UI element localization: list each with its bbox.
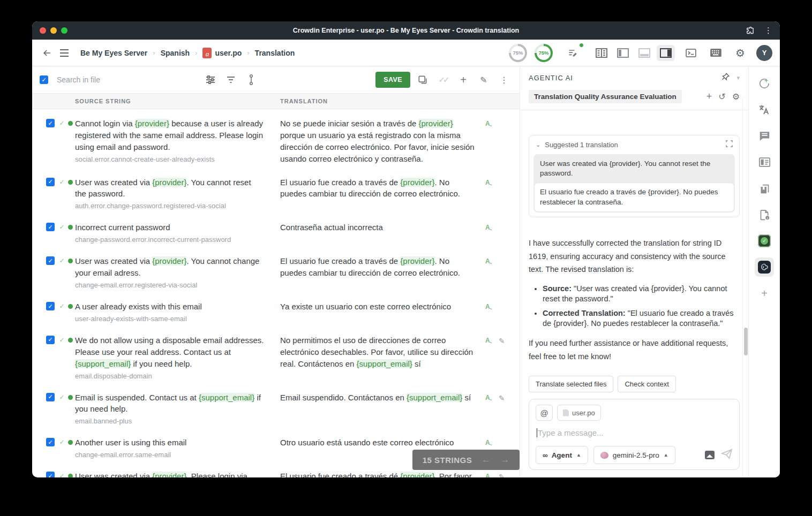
expand-icon[interactable]: [726, 140, 733, 149]
user-avatar[interactable]: Y: [756, 45, 772, 61]
keyboard-shortcuts-icon[interactable]: [707, 44, 724, 62]
view-bottom-panel-icon[interactable]: [635, 45, 653, 61]
glossary-pages-icon[interactable]: [755, 179, 774, 198]
spellcheck-icon[interactable]: A: [485, 439, 493, 450]
view-side-by-side-icon[interactable]: [592, 45, 611, 61]
translation-text[interactable]: Contraseña actual incorrecta: [280, 222, 478, 233]
history-icon[interactable]: ↺: [718, 92, 725, 102]
breadcrumb-file[interactable]: a user.po: [202, 48, 242, 58]
close-window-button[interactable]: [40, 27, 46, 34]
spellcheck-icon[interactable]: A: [485, 473, 493, 477]
attached-file-chip[interactable]: user.po: [557, 405, 601, 421]
spellcheck-icon[interactable]: A: [485, 257, 493, 268]
chevron-down-icon[interactable]: ⌄: [536, 141, 540, 148]
attach-image-icon[interactable]: [705, 451, 715, 459]
copy-source-icon[interactable]: [415, 72, 431, 88]
view-right-panel-icon[interactable]: [657, 45, 675, 61]
minimize-window-button[interactable]: [50, 27, 57, 34]
filter-icon[interactable]: [223, 72, 239, 88]
row-checkbox[interactable]: ✓: [46, 438, 55, 446]
translation-text[interactable]: No se puede iniciar sesión a través de {…: [280, 118, 478, 165]
edit-pencil-icon[interactable]: ✎: [499, 337, 505, 345]
row-checkbox[interactable]: ✓: [46, 223, 55, 231]
menu-hamburger-icon[interactable]: [56, 44, 73, 62]
next-page-icon[interactable]: →: [500, 454, 509, 465]
string-row[interactable]: ✓✓We do not allow using a disposable ema…: [32, 328, 520, 385]
breadcrumb-language[interactable]: Spanish: [161, 49, 190, 57]
previous-page-icon[interactable]: ←: [482, 454, 491, 465]
message-input[interactable]: Type a message...: [537, 428, 732, 437]
agent-mode-dropdown[interactable]: ∞ Agent ▲: [536, 446, 588, 464]
row-checkbox[interactable]: ✓: [46, 393, 55, 401]
new-chat-icon[interactable]: +: [706, 91, 712, 102]
model-dropdown[interactable]: gemini-2.5-pro ▲: [593, 446, 675, 464]
ai-prompts-icon[interactable]: [755, 74, 774, 93]
translate-selected-files-button[interactable]: Translate selected files: [529, 376, 613, 392]
string-row[interactable]: ✓✓Email is suspended. Contact us at {sup…: [32, 385, 520, 431]
translation-text[interactable]: El usuario fue creado a través de {provi…: [280, 177, 478, 200]
translation-text[interactable]: Otro usuario está usando este correo ele…: [280, 437, 478, 449]
translated-progress-ring[interactable]: 75%: [509, 44, 527, 62]
extensions-icon[interactable]: [744, 25, 756, 36]
row-checkbox[interactable]: ✓: [46, 336, 55, 344]
collapse-panel-icon[interactable]: ▾: [736, 74, 740, 81]
spellcheck-icon[interactable]: A: [485, 120, 493, 131]
console-icon[interactable]: [682, 44, 700, 62]
translation-text[interactable]: El usuario fue creado a través dé {provi…: [280, 471, 478, 477]
machine-translation-icon[interactable]: [755, 100, 774, 119]
string-row[interactable]: ✓✓Incorrect current passwordchange-passw…: [32, 215, 520, 249]
context-card-icon[interactable]: [755, 153, 774, 172]
search-input[interactable]: [57, 75, 148, 84]
approve-all-icon[interactable]: ✓✓: [435, 72, 451, 88]
check-context-button[interactable]: Check context: [618, 376, 675, 392]
file-info-icon[interactable]: [755, 205, 774, 224]
breadcrumb-section[interactable]: Translation: [255, 49, 295, 57]
add-string-icon[interactable]: +: [455, 72, 471, 88]
chat-scroll-area[interactable]: ⌄ Suggested 1 translation User was creat…: [520, 110, 748, 370]
panel-settings-gear-icon[interactable]: ⚙: [732, 92, 740, 102]
edit-pencil-icon[interactable]: ✎: [499, 394, 505, 403]
pin-icon[interactable]: [721, 72, 730, 84]
commit-options-icon[interactable]: [243, 72, 259, 88]
qa-app-icon[interactable]: ✓: [755, 231, 774, 251]
translation-text[interactable]: Ya existe un usuario con este correo ele…: [280, 301, 478, 313]
maximize-window-button[interactable]: [61, 27, 67, 34]
translation-text[interactable]: Email suspendido. Contáctanos en {suppor…: [280, 392, 478, 404]
add-app-icon[interactable]: +: [755, 284, 774, 303]
panel-scrollbar[interactable]: [742, 97, 748, 477]
spellcheck-icon[interactable]: A: [485, 303, 493, 314]
agentic-ai-app-icon[interactable]: [755, 257, 774, 277]
string-row[interactable]: ✓✓Cannot login via {provider} because a …: [32, 111, 520, 170]
edit-pencil-icon[interactable]: ✎: [499, 473, 505, 477]
approved-progress-ring[interactable]: 75%: [535, 44, 553, 62]
string-row[interactable]: ✓✓User was created via {provider}. You c…: [32, 249, 520, 294]
send-message-icon[interactable]: [721, 449, 733, 461]
drafts-icon[interactable]: [565, 44, 582, 62]
spellcheck-icon[interactable]: A: [485, 337, 493, 347]
comments-icon[interactable]: [755, 126, 774, 146]
more-options-icon[interactable]: ⋮: [496, 72, 512, 88]
row-checkbox[interactable]: ✓: [46, 256, 55, 265]
mention-button[interactable]: @: [536, 405, 553, 421]
row-checkbox[interactable]: ✓: [46, 119, 55, 127]
message-composer[interactable]: @ user.po Type a message... ∞ Agent: [529, 399, 740, 470]
translation-text[interactable]: No permitimos el uso de direcciones de c…: [280, 335, 478, 370]
settings-gear-icon[interactable]: ⚙: [732, 44, 749, 62]
row-checkbox[interactable]: ✓: [46, 178, 55, 186]
view-left-panel-icon[interactable]: [614, 45, 632, 61]
breadcrumb-project[interactable]: Be My Eyes Server: [80, 49, 147, 57]
string-row[interactable]: ✓✓User was created via {provider}. You c…: [32, 170, 520, 216]
tab-qa-evaluation[interactable]: Translation Quality Assurance Evaluation: [529, 90, 682, 103]
browser-menu-icon[interactable]: ⋮: [764, 26, 772, 35]
edit-pencil-icon[interactable]: ✎: [476, 72, 492, 88]
scrollbar-thumb[interactable]: [744, 328, 748, 355]
spellcheck-icon[interactable]: A: [485, 224, 493, 234]
display-settings-icon[interactable]: [202, 72, 219, 88]
row-checkbox[interactable]: ✓: [46, 472, 55, 477]
string-row[interactable]: ✓✓A user already exists with this emailu…: [32, 294, 520, 328]
save-button[interactable]: SAVE: [375, 72, 410, 88]
row-checkbox[interactable]: ✓: [46, 302, 55, 310]
select-all-checkbox[interactable]: ✓: [40, 75, 48, 84]
spellcheck-icon[interactable]: A: [485, 394, 493, 405]
translation-text[interactable]: El usuario fue creado a través de {provi…: [280, 255, 478, 279]
